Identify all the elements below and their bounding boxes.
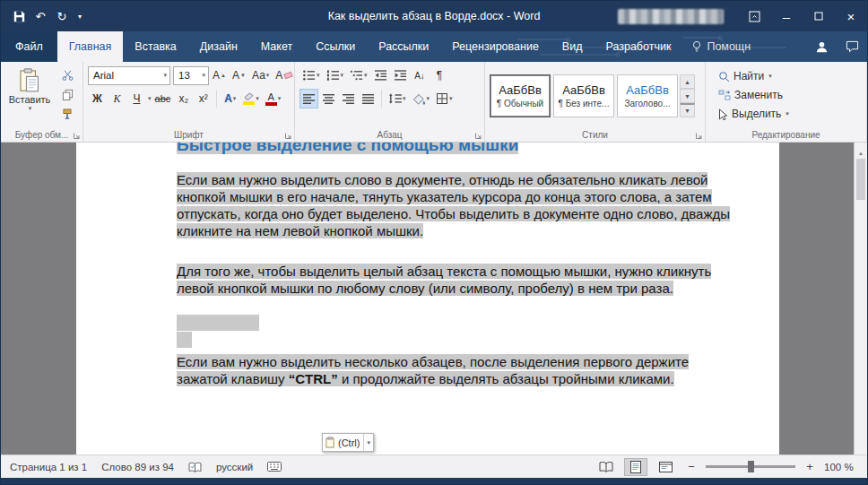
up-arrow-icon: ▲ <box>221 73 226 78</box>
style-preview: АаБбВв <box>626 83 669 97</box>
word-window: ↶ ↻ ▾ Как выделить абзац в Ворде.docx - … <box>0 0 868 485</box>
show-paragraph-marks-button[interactable]: ¶ <box>430 65 449 85</box>
print-layout-button[interactable] <box>624 458 647 476</box>
select-button[interactable]: Выделить ▾ <box>716 105 791 123</box>
comments-button[interactable] <box>837 31 867 62</box>
line-spacing-button[interactable]: ▾ <box>386 89 409 108</box>
ribbon-display-options-button[interactable] <box>738 1 770 31</box>
style-normal[interactable]: АаБбВв ¶ Обычный <box>490 74 551 117</box>
zoom-out-button[interactable]: − <box>683 458 699 476</box>
document-paragraph[interactable]: Если вам нужно выделить несколько абзаце… <box>177 353 738 387</box>
font-color-button[interactable]: А ▾ <box>263 89 284 108</box>
bold-button[interactable]: Ж <box>88 89 107 108</box>
text-effects-button[interactable]: А▾ <box>221 89 239 108</box>
group-editing: Найти ▾ Заменить Выделить ▾ Редактирован… <box>706 62 867 142</box>
font-family-combobox[interactable]: Arial ▾ <box>88 66 170 85</box>
change-case-button[interactable]: Аа▾ <box>249 65 272 85</box>
tab-view[interactable]: Вид <box>551 31 595 62</box>
minimize-button[interactable]: – <box>770 1 803 31</box>
sort-button[interactable]: А↓ <box>411 65 430 85</box>
document-page[interactable]: Быстрое выделение с помощью мышки Если в… <box>76 143 779 455</box>
tab-insert[interactable]: Вставка <box>123 31 187 62</box>
paste-options-button[interactable]: (Ctrl) ▾ <box>322 433 374 452</box>
share-button[interactable] <box>806 31 837 62</box>
decrease-indent-button[interactable] <box>371 65 390 85</box>
clear-formatting-button[interactable]: А <box>273 65 295 85</box>
numbering-button[interactable]: ▾ <box>324 65 347 85</box>
word-count[interactable]: Слово 89 из 94 <box>101 462 174 472</box>
zoom-slider-thumb[interactable] <box>748 461 754 472</box>
tab-design[interactable]: Дизайн <box>188 31 249 62</box>
save-button[interactable] <box>8 4 30 29</box>
font-size-combobox[interactable]: 13 ▾ <box>173 66 209 85</box>
styles-gallery-more-button[interactable]: ▼ <box>680 103 695 117</box>
close-button[interactable]: × <box>835 1 867 31</box>
chevron-down-icon: ▾ <box>364 72 368 79</box>
style-heading1[interactable]: АаБбВв Заголово... <box>617 74 678 117</box>
styles-dialog-launcher[interactable] <box>695 132 703 140</box>
shading-button[interactable]: ▾ <box>410 89 433 108</box>
tab-mailings[interactable]: Рассылки <box>367 31 440 62</box>
scissors-icon <box>62 69 74 81</box>
style-no-spacing[interactable]: АаБбВв ¶ Без инте... <box>553 74 614 117</box>
multilevel-list-button[interactable]: ▾ <box>347 65 370 85</box>
format-painter-button[interactable] <box>56 105 78 123</box>
increase-indent-icon <box>394 69 407 82</box>
borders-button[interactable]: ▾ <box>433 89 456 108</box>
align-right-button[interactable] <box>339 89 358 108</box>
scrollbar-thumb[interactable] <box>856 159 865 200</box>
align-center-button[interactable] <box>319 89 338 108</box>
paste-button[interactable]: Вставить ▾ <box>5 65 54 113</box>
shrink-font-button[interactable]: А▼ <box>230 65 248 85</box>
dialog-launcher-icon <box>695 132 703 140</box>
tell-me[interactable]: Помощн <box>682 31 760 62</box>
language-status[interactable]: русский <box>216 462 253 472</box>
replace-button[interactable]: Заменить <box>716 86 791 104</box>
chevron-down-icon[interactable]: ▾ <box>148 95 152 102</box>
undo-button[interactable]: ↶ <box>30 4 51 29</box>
copy-button[interactable] <box>56 85 78 103</box>
document-paragraph[interactable]: Если вам нужно выделить слово в документ… <box>177 171 738 239</box>
zoom-slider[interactable] <box>706 465 795 468</box>
web-layout-button[interactable] <box>654 458 677 476</box>
vertical-scrollbar[interactable]: ▲ <box>854 143 867 455</box>
find-button[interactable]: Найти ▾ <box>716 67 791 85</box>
divider <box>381 90 382 108</box>
justify-button[interactable] <box>359 89 378 108</box>
align-left-button[interactable] <box>299 89 318 108</box>
tab-home[interactable]: Главная <box>57 31 124 62</box>
tab-references[interactable]: Ссылки <box>304 31 367 62</box>
tab-developer[interactable]: Разработчик <box>594 31 682 62</box>
page-count[interactable]: Страница 1 из 1 <box>10 462 87 472</box>
clipboard-dialog-launcher[interactable] <box>73 132 81 140</box>
tab-review[interactable]: Рецензирование <box>440 31 551 62</box>
document-heading[interactable]: Быстрое выделение с помощью мышки <box>177 143 738 157</box>
strikethrough-button[interactable]: abc <box>152 89 174 108</box>
italic-button[interactable]: К <box>108 89 126 108</box>
styles-scroll-down-button[interactable]: ▼ <box>680 89 695 103</box>
paragraph-dialog-launcher[interactable] <box>474 132 482 140</box>
keyboard-status[interactable] <box>267 462 282 472</box>
superscript-button[interactable]: х² <box>194 89 213 108</box>
document-paragraph[interactable]: Для того же, чтобы выделить целый абзац … <box>177 263 738 297</box>
read-mode-button[interactable] <box>595 458 618 476</box>
tab-layout[interactable]: Макет <box>249 31 304 62</box>
tab-file[interactable]: Файл <box>1 31 57 62</box>
qat-customize-button[interactable]: ▾ <box>73 4 87 29</box>
cut-button[interactable] <box>56 65 78 83</box>
redo-button[interactable]: ↻ <box>51 4 73 29</box>
underline-button[interactable]: Ч <box>127 89 146 108</box>
subscript-button[interactable]: х₂ <box>174 89 193 108</box>
grow-font-button[interactable]: А▲ <box>210 65 229 85</box>
bullets-button[interactable]: ▾ <box>299 65 323 85</box>
styles-scroll-up-button[interactable]: ▲ <box>680 74 695 89</box>
increase-indent-button[interactable] <box>391 65 410 85</box>
ribbon: Вставить ▾ Буфер обм... <box>1 62 867 143</box>
font-dialog-launcher[interactable] <box>284 132 292 140</box>
zoom-level[interactable]: 100 % <box>824 462 858 472</box>
text-highlight-button[interactable]: ▾ <box>240 89 262 108</box>
proofing-status[interactable] <box>188 462 202 472</box>
maximize-button[interactable] <box>803 1 835 31</box>
close-icon: × <box>847 9 855 24</box>
zoom-in-button[interactable]: + <box>802 458 818 476</box>
